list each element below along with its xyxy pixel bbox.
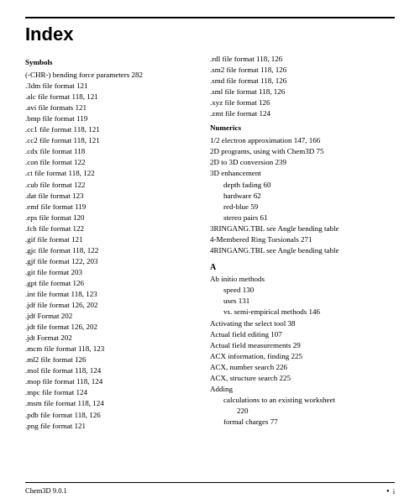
list-item: .mpc file format 124 [25,387,193,398]
list-item: .zmt file format 124 [210,108,395,119]
list-item: .jdf Format 202 [25,311,193,322]
list-item: .jdt Format 202 [25,333,193,344]
list-item: .sml file format 118, 126 [210,87,395,97]
numerics-entries: 1/2 electron approximation 147, 166 2D p… [210,135,395,256]
list-item: ACX, number search 226 [210,362,395,373]
list-item: .msm file format 118, 124 [25,398,193,409]
list-item: .avi file formats 121 [25,102,193,113]
right-column: .rdl file format 118, 126 .sm2 file form… [210,54,395,477]
content-columns: Symbols (-CHR-) bending force parameters… [25,54,395,477]
list-item: .gjc file format 118, 122 [25,245,193,256]
list-item: 2D to 3D conversion 239 [210,157,395,168]
footer-page-number: i [393,487,395,496]
list-item: 3D enhancement [210,168,395,179]
list-item: .eps file format 120 [25,213,193,223]
footer: Chem3D 9.0.1 • i [25,482,395,496]
list-item: formal charges 77 [210,417,395,428]
list-item: .gif file format 121 [25,234,193,245]
list-item: .git file format 203 [25,267,193,278]
list-item: (-CHR-) bending force parameters 282 [25,70,193,81]
list-item: .emf file format 119 [25,202,193,213]
list-item: stereo pairs 61 [210,213,395,223]
list-item: .cc2 file format 118, 121 [25,135,193,146]
list-item: .jdf file format 126, 202 [25,300,193,311]
list-item: .smd file format 118, 126 [210,76,395,87]
page: Index Symbols (-CHR-) bending force para… [0,0,420,504]
list-item: Activating the select tool 38 [210,318,395,329]
footer-bullet: • [386,486,390,496]
list-item: vs. semi-empirical methods 146 [210,307,395,318]
section-a-title: A [210,261,395,274]
list-item: Ab initio methods [210,274,395,285]
list-item: .sm2 file format 118, 126 [210,65,395,76]
list-item: .cub file format 122 [25,180,193,191]
list-item: 3RINGANG.TBL see Angle bending table [210,223,395,234]
list-item: .ml2 file format 126 [25,354,193,365]
list-item: 2D programs, using with Chem3D 75 [210,146,395,157]
list-item: .xyz file format 126 [210,97,395,108]
list-item: .mol file format 118, 124 [25,365,193,376]
footer-right: • i [386,486,395,496]
list-item: Actual field editing 107 [210,329,395,340]
rdl-entries: .rdl file format 118, 126 .sm2 file form… [210,54,395,119]
list-item: 4-Membered Ring Torsionals 271 [210,234,395,245]
section-a-entries: Ab initio methods speed 130 uses 131 vs.… [210,274,395,428]
list-item: .rdl file format 118, 126 [210,54,395,65]
list-item: .mcm file format 118, 123 [25,344,193,354]
list-item: .bmp file format 119 [25,113,193,124]
list-item: .pdb file format 118, 126 [25,410,193,421]
list-item: uses 131 [210,296,395,307]
list-item: .fch file format 122 [25,223,193,234]
list-item: speed 130 [210,285,395,296]
list-item: 220 [210,406,395,417]
list-item: .con file format 122 [25,157,193,168]
list-item: .gpt file format 126 [25,278,193,289]
symbols-section-title: Symbols [25,57,193,68]
numerics-section-title: Numerics [210,123,395,134]
list-item: depth fading 60 [210,180,395,191]
list-item: ACX information, finding 225 [210,351,395,362]
list-item: hardware 62 [210,191,395,202]
list-item: Adding [210,384,395,395]
list-item: .gjf file format 122, 203 [25,256,193,267]
list-item: .png file format 121 [25,421,193,432]
list-item: red-blue 59 [210,202,395,213]
left-column: Symbols (-CHR-) bending force parameters… [25,54,193,477]
list-item: .ct file format 118, 122 [25,168,193,179]
list-item: .alc file format 118, 121 [25,92,193,102]
list-item: calculations to an existing worksheet [210,395,395,406]
list-item: .int file format 118, 123 [25,289,193,300]
list-item: .dat file format 123 [25,191,193,202]
footer-left: Chem3D 9.0.1 [25,486,67,496]
list-item: .3dm file format 121 [25,81,193,92]
list-item: 4RINGANG.TBL see Angle bending table [210,245,395,256]
list-item: .cdx file format 118 [25,146,193,157]
list-item: ACX, structure search 225 [210,373,395,384]
page-title: Index [25,24,395,45]
list-item: .jdt file format 126, 202 [25,322,193,333]
list-item: .mop file format 118, 124 [25,376,193,387]
list-item: Actual field measurements 29 [210,340,395,351]
list-item: 1/2 electron approximation 147, 166 [210,135,395,146]
symbols-entries: (-CHR-) bending force parameters 282 .3d… [25,70,193,432]
list-item: .cc1 file format 118, 121 [25,124,193,135]
top-border [25,17,395,18]
